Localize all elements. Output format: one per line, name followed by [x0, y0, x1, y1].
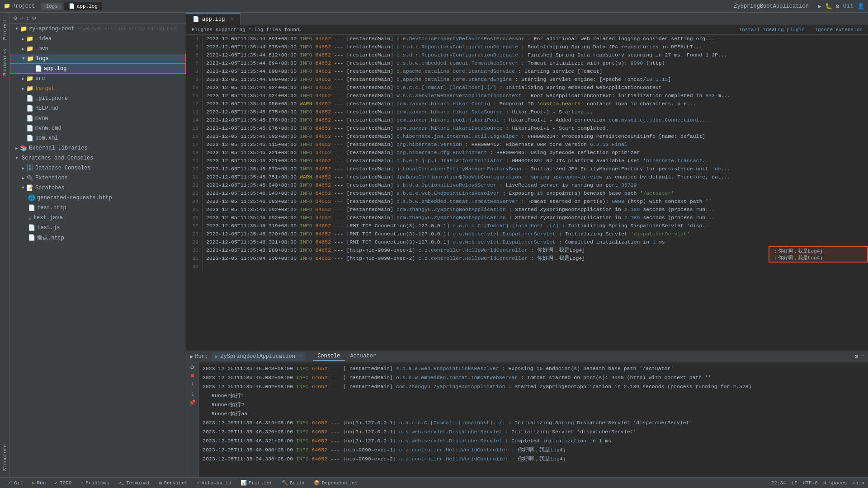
todo-icon: ✓	[55, 480, 58, 486]
db-arrow: ▶	[20, 166, 26, 171]
log-line: 24 2023-12-05T11:35:46.083+08:00 INFO 64…	[186, 197, 868, 206]
tree-gen-requests[interactable]: 🌐 generated-requests.http	[10, 193, 186, 203]
tree-idea[interactable]: ▶ 📁 .idea	[10, 34, 186, 44]
log-line: 4 2023-12-05T11:35:44.891+08:00 INFO 646…	[186, 35, 868, 43]
ext-libs-arrow: ▶	[14, 146, 20, 151]
tree-logs[interactable]: ▼ 📁 logs	[10, 54, 186, 64]
tree-db-consoles[interactable]: ▶ 🗄️ Database Consoles	[10, 163, 186, 173]
tree-test-http[interactable]: 📄 test.http	[10, 203, 186, 213]
target-label: target	[35, 85, 55, 92]
db-label: Database Consoles	[35, 165, 90, 171]
tab-close-btn[interactable]: ×	[230, 16, 233, 23]
project-label[interactable]: 📁Project	[4, 3, 35, 9]
tree-scratches[interactable]: ▼ 📝 Scratches	[10, 183, 186, 193]
mvnwcmd-icon: 📄	[26, 125, 33, 132]
bookmarks-tab[interactable]: Bookmarks	[1, 46, 9, 78]
log-line: 29 2023-12-05T11:35:46.321+08:00 INFO 64…	[186, 238, 868, 246]
status-indent[interactable]: 4 spaces	[823, 480, 847, 486]
applog-label: app.log	[44, 66, 66, 72]
project-tab[interactable]: Project	[1, 16, 9, 42]
tree-gitignore[interactable]: 📄 .gitignore	[10, 94, 186, 103]
test-java-label: test.java	[33, 215, 63, 221]
run-status-label: Run	[37, 480, 46, 486]
console-log-line: 2023-12-05T11:35:46.082+08:00 INFO 64652…	[199, 373, 868, 382]
ignore-extension-link[interactable]: Ignore extension	[815, 27, 863, 33]
terminal-status-btn[interactable]: >_ Terminal	[116, 478, 153, 488]
terminal-icon: >_	[118, 480, 124, 486]
services-status-btn[interactable]: ⊞ Services	[156, 478, 190, 488]
root-label: zy-spring-boot	[29, 26, 75, 32]
console-log-line: 2023-12-05T11:36:04.336+08:00 INFO 64652…	[199, 455, 868, 464]
tree-ext-libs[interactable]: ▶ 📚 External Libraries	[10, 143, 186, 153]
tree-src[interactable]: ▶ 📁 src	[10, 74, 186, 84]
tree-root[interactable]: ▼ 📁 zy-spring-boot ~/web/web-all/java-al…	[10, 24, 186, 34]
status-position[interactable]: 22:34	[771, 480, 786, 486]
title-tab-logs[interactable]: logs	[41, 3, 62, 10]
structure-tab[interactable]: Structure	[1, 441, 9, 474]
git-icon[interactable]: Git	[843, 3, 854, 9]
console-plain-line: Runner执行2	[199, 400, 868, 409]
profiler-status-btn[interactable]: 📊 Profiler	[238, 478, 275, 488]
scroll-down-icon[interactable]: ↓	[191, 381, 194, 387]
run-minimize-icon[interactable]: −	[861, 353, 864, 360]
status-bar-left: ⎇ Git ▶ Run ✓ TODO ⚠ Problems >_ Termina…	[4, 478, 360, 488]
install-plugin-link[interactable]: Install IdeaLog plugin	[739, 27, 805, 33]
run-app-tab[interactable]: ▶ ZySpringBootApplication ×	[212, 352, 306, 361]
actuator-tab[interactable]: Actuator	[346, 352, 381, 361]
settings-btn[interactable]: ⚙	[14, 14, 17, 22]
console-log-line: 2023-12-05T11:35:46.092+08:00 INFO 64652…	[199, 382, 868, 391]
tree-extensions[interactable]: ▶ 🔌 Extensions	[10, 173, 186, 183]
run-icon[interactable]: ▶	[818, 3, 821, 10]
tree-scratches-consoles[interactable]: ▼ Scratches and Consoles	[10, 153, 186, 163]
helpmd-label: HELP.md	[35, 105, 58, 112]
status-lf[interactable]: LF	[792, 480, 797, 486]
tree-mvnw[interactable]: 📄 mvnw	[10, 113, 186, 123]
dependencies-status-btn[interactable]: 📦 Dependencies	[311, 478, 360, 488]
wrap-icon[interactable]: ⤵	[191, 391, 194, 398]
editor-tab-applog[interactable]: 📄 app.log ×	[186, 13, 241, 25]
status-branch[interactable]: main	[853, 480, 864, 486]
todo-status-btn[interactable]: ✓ TODO	[52, 478, 74, 488]
services-icon: ⊞	[159, 480, 162, 486]
run-header: ▶ Run: ▶ ZySpringBootApplication × Conso…	[186, 351, 868, 362]
run-icon: ▶	[190, 353, 193, 360]
git-status-btn[interactable]: ⎇ Git	[4, 478, 26, 488]
sort-btn[interactable]: ≡	[20, 15, 24, 22]
mvnw-label: mvnw	[35, 115, 48, 122]
avatar-icon[interactable]: 👤	[857, 3, 864, 10]
build-label: Build	[290, 480, 305, 486]
status-encoding[interactable]: UTF-8	[803, 480, 818, 486]
gitignore-label: .gitignore	[35, 95, 68, 102]
settings-icon[interactable]: ⚙	[836, 3, 840, 10]
run-settings-icon[interactable]: ⚙	[854, 353, 858, 360]
console-plain-line: Runner执行1	[199, 391, 868, 400]
collapse-btn[interactable]: ↕	[26, 15, 30, 22]
rerun-icon[interactable]: ⟳	[190, 364, 195, 371]
problems-status-btn[interactable]: ⚠ Problems	[78, 478, 112, 488]
tree-endpoint-http[interactable]: 📄 端点.http	[10, 233, 186, 243]
tree-test-js[interactable]: 📄 test.js	[10, 223, 186, 233]
stop-icon[interactable]: ■	[191, 373, 194, 379]
pin-icon[interactable]: 📌	[189, 399, 196, 406]
tree-helpmd[interactable]: 📄 HELP.md	[10, 103, 186, 113]
tree-mvnwcmd[interactable]: 📄 mvnw.cmd	[10, 123, 186, 133]
test-http-icon: 📄	[28, 204, 35, 211]
run-app-close[interactable]: ×	[299, 353, 302, 360]
more-btn[interactable]: ⚙	[32, 14, 36, 22]
sidebar-tree: ▼ 📁 zy-spring-boot ~/web/web-all/java-al…	[10, 24, 186, 477]
autobuild-status-btn[interactable]: ⚡ Auto-build	[194, 478, 234, 488]
debug-icon[interactable]: 🐛	[825, 3, 832, 10]
tree-test-java[interactable]: ☕ test.java	[10, 213, 186, 223]
console-log-line: 2023-12-05T11:35:46.320+08:00 INFO 64652…	[199, 427, 868, 436]
log-line: 26 2023-12-05T11:35:46.092+08:00 INFO 64…	[186, 214, 868, 222]
title-tab-applog[interactable]: 📄 app.log	[64, 2, 102, 10]
tree-applog[interactable]: 📄 app.log	[10, 64, 186, 74]
console-date: 2023-12-05T11:35:46.043+08:00	[203, 365, 293, 373]
build-status-btn[interactable]: 🔨 Build	[279, 478, 307, 488]
endpoint-icon: 📄	[28, 234, 35, 241]
tree-target[interactable]: ▶ 📁 target	[10, 84, 186, 94]
tree-mvn[interactable]: ▶ 📁 .mvn	[10, 44, 186, 54]
console-tab[interactable]: Console	[313, 352, 344, 361]
run-status-btn[interactable]: ▶ Run	[29, 478, 48, 488]
tree-pomxml[interactable]: 📄 pom.xml	[10, 133, 186, 143]
